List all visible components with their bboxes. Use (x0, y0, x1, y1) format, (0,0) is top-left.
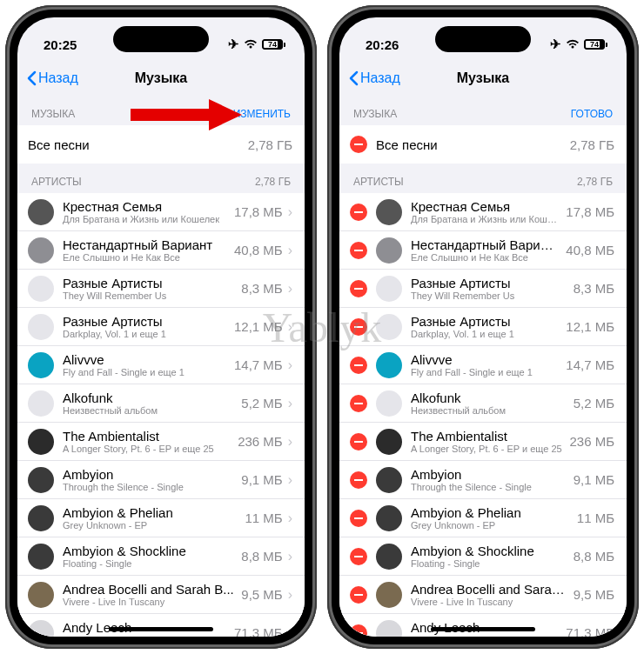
delete-icon[interactable] (350, 548, 367, 565)
artist-sub: The Path So Far (63, 635, 227, 637)
artist-name: Разные Артисты (63, 314, 227, 329)
artist-size: 5,2 МБ (241, 396, 282, 410)
artist-avatar (376, 199, 402, 225)
artist-name: Крестная Семья (411, 199, 559, 214)
artist-sub: The Path So Far (411, 635, 559, 637)
done-button[interactable]: ГОТОВО (571, 108, 613, 120)
artist-row[interactable]: Нестандартный ВариантЕле Слышно и Не Как… (339, 231, 627, 270)
delete-icon[interactable] (350, 624, 367, 637)
delete-icon[interactable] (350, 242, 367, 259)
artist-avatar (376, 352, 402, 378)
chevron-right-icon: › (288, 587, 292, 603)
artist-size: 71,3 МБ (566, 625, 614, 637)
artist-row[interactable]: Andrea Bocelli and Sarah B...Vivere - Li… (17, 576, 305, 614)
svg-rect-0 (131, 109, 213, 121)
artist-name: Andrea Bocelli and Sarah B... (63, 582, 234, 597)
artist-size: 71,3 МБ (234, 625, 283, 637)
dynamic-island (113, 26, 209, 52)
artist-avatar (376, 582, 402, 608)
artist-size: 12,1 МБ (566, 319, 614, 334)
artist-row[interactable]: Andrea Bocelli and Sarah B...Vivere - Li… (339, 576, 627, 614)
row-all-songs[interactable]: Все песни 2,78 ГБ (339, 125, 627, 164)
section-header-artists: АРТИСТЫ 2,78 ГБ (17, 164, 305, 193)
artist-avatar (376, 390, 402, 417)
artist-size: 17,8 МБ (234, 204, 283, 219)
artist-row[interactable]: The AmbientalistA Longer Story, Pt. 6 - … (17, 423, 305, 461)
section-label: МУЗЫКА (31, 108, 75, 120)
section-label: АРТИСТЫ (31, 176, 82, 188)
phone-left: 20:25 ✈︎ 74 Назад Музыка МУЗЫКА ИЗ (5, 5, 317, 649)
artist-row[interactable]: Разные АртистыDarkplay, Vol. 1 и еще 112… (339, 308, 627, 346)
dynamic-island (435, 26, 531, 52)
artist-name: Разные Артисты (411, 276, 567, 290)
artist-row[interactable]: Ambyion & PhelianGrey Unknown - EP11 МБ› (17, 499, 305, 537)
row-size: 2,78 ГБ (570, 137, 614, 152)
artist-row[interactable]: AlkofunkНеизвестный альбом5,2 МБ› (17, 384, 305, 423)
back-label: Назад (360, 70, 400, 86)
home-indicator[interactable] (431, 627, 535, 631)
artist-avatar (376, 276, 402, 302)
artist-size: 8,3 МБ (241, 281, 282, 296)
artist-row[interactable]: Andy LeechThe Path So Far71,3 МБ› (17, 614, 305, 637)
artist-row[interactable]: Ambyion & ShocklineFloating - Single8,8 … (17, 537, 305, 576)
airplane-icon: ✈︎ (550, 37, 561, 52)
artist-row[interactable]: AmbyionThrough the Silence - Single9,1 М… (17, 461, 305, 499)
chevron-right-icon: › (288, 204, 292, 220)
artist-row[interactable]: Разные АртистыThey Will Remember Us8,3 М… (339, 270, 627, 308)
artist-name: The Ambientalist (63, 429, 231, 444)
section-label: МУЗЫКА (353, 108, 397, 120)
artist-row[interactable]: Нестандартный ВариантЕле Слышно и Не Как… (17, 231, 305, 270)
row-title: Все песни (28, 137, 241, 152)
artist-size: 9,5 МБ (574, 587, 614, 602)
delete-icon[interactable] (350, 357, 367, 374)
artist-row[interactable]: Ambyion & ShocklineFloating - Single8,8 … (339, 537, 627, 576)
delete-icon[interactable] (350, 471, 367, 489)
delete-icon[interactable] (350, 395, 367, 412)
delete-icon[interactable] (350, 280, 367, 297)
chevron-right-icon: › (288, 281, 292, 297)
delete-icon[interactable] (350, 136, 367, 153)
artist-avatar (28, 620, 54, 637)
delete-icon[interactable] (350, 510, 367, 527)
artist-row[interactable]: AlivvveFly and Fall - Single и еще 114,7… (339, 346, 627, 384)
artist-row[interactable]: AlivvveFly and Fall - Single и еще 114,7… (17, 346, 305, 384)
artist-row[interactable]: Разные АртистыDarkplay, Vol. 1 и еще 112… (17, 308, 305, 346)
delete-icon[interactable] (350, 204, 367, 221)
delete-icon[interactable] (350, 433, 367, 450)
artist-name: Нестандартный Вариант (411, 237, 559, 252)
artist-avatar (376, 429, 402, 455)
delete-icon[interactable] (350, 586, 367, 604)
artist-name: Alkofunk (411, 390, 567, 405)
artist-row[interactable]: Andy LeechThe Path So Far71,3 МБ (339, 614, 627, 637)
home-indicator[interactable] (109, 627, 213, 631)
nav-bar: Назад Музыка (17, 61, 305, 96)
back-button[interactable]: Назад (26, 70, 78, 86)
artist-row[interactable]: AmbyionThrough the Silence - Single9,1 М… (339, 461, 627, 499)
back-button[interactable]: Назад (348, 70, 400, 86)
airplane-icon: ✈︎ (228, 37, 239, 52)
artist-row[interactable]: Крестная СемьяДля Братана и Жизнь или Ко… (339, 193, 627, 231)
artist-avatar (376, 544, 402, 570)
artist-sub: Floating - Single (411, 558, 567, 569)
artist-size: 40,8 МБ (234, 243, 283, 257)
section-label: АРТИСТЫ (353, 176, 404, 188)
chevron-left-icon (348, 70, 359, 86)
artist-size: 9,1 МБ (574, 472, 614, 487)
artist-row[interactable]: Разные АртистыThey Will Remember Us8,3 М… (17, 270, 305, 308)
section-size: 2,78 ГБ (255, 176, 291, 188)
artist-name: Разные Артисты (411, 314, 559, 329)
artist-row[interactable]: The AmbientalistA Longer Story, Pt. 6 - … (339, 423, 627, 461)
chevron-right-icon: › (288, 396, 292, 411)
artist-row[interactable]: Ambyion & PhelianGrey Unknown - EP11 МБ (339, 499, 627, 537)
artist-sub: Darkplay, Vol. 1 и еще 1 (63, 329, 227, 339)
artist-name: Andrea Bocelli and Sarah B... (411, 582, 567, 597)
artist-avatar (28, 314, 54, 340)
artist-sub: They Will Remember Us (63, 290, 234, 301)
artist-row[interactable]: AlkofunkНеизвестный альбом5,2 МБ (339, 384, 627, 423)
back-label: Назад (38, 70, 78, 86)
delete-icon[interactable] (350, 318, 367, 336)
chevron-right-icon: › (288, 319, 292, 335)
artist-row[interactable]: Крестная СемьяДля Братана и Жизнь или Ко… (17, 193, 305, 231)
artist-avatar (376, 237, 402, 264)
artist-size: 12,1 МБ (234, 319, 283, 334)
